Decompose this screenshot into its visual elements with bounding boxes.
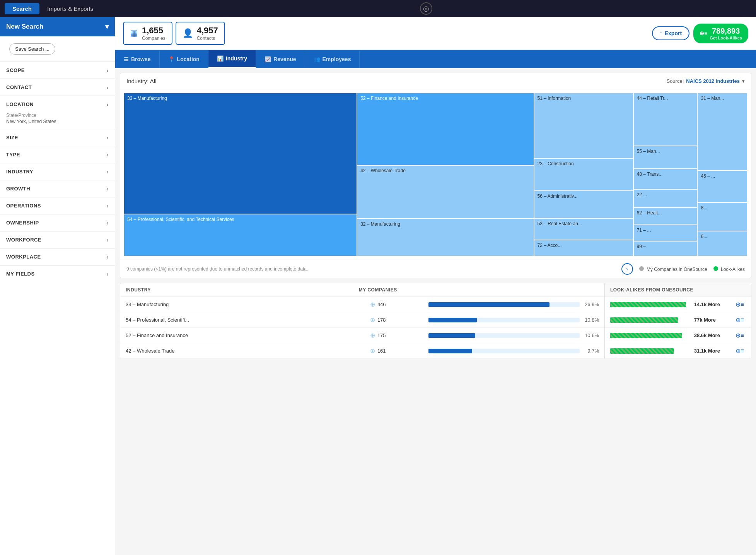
companies-stat: ▦ 1,655 Companies	[123, 22, 172, 45]
la-btn-icon-1[interactable]: ⊕≡	[736, 316, 744, 324]
export-button[interactable]: ↑ Export	[652, 26, 689, 40]
bar-col-3	[428, 349, 580, 353]
treemap-cell-manufacturing-33[interactable]: 33 – Manufacturing	[124, 93, 357, 214]
sidebar-section-header-5[interactable]: INDUSTRY›	[0, 163, 115, 180]
pct-col-3: 9.7%	[580, 348, 599, 354]
export-label: Export	[665, 30, 682, 36]
treemap-cell-information-51[interactable]: 51 – Information	[534, 93, 633, 158]
sidebar-header[interactable]: New Search ▾	[0, 17, 115, 36]
top-nav: Search Imports & Exports ◎	[0, 0, 756, 17]
data-table-right: LOOK-ALIKES FROM ONESOURCE 14.1k More ⊕≡…	[604, 283, 751, 359]
sidebar-section-header-10[interactable]: WORKPLACE›	[0, 248, 115, 265]
sidebar-section-workforce: WORKFORCE›	[0, 231, 115, 248]
location-tab-label: Location	[177, 56, 200, 62]
sidebar-section-header-1[interactable]: CONTACT›	[0, 79, 115, 96]
crosshair-icon-2[interactable]: ⊕	[370, 332, 375, 339]
treemap-cell-8x[interactable]: 8...	[698, 203, 747, 231]
sidebar-section-chevron-6: ›	[107, 185, 109, 192]
treemap-cell-arts-71[interactable]: 71 – ...	[634, 225, 697, 241]
table-row-0[interactable]: 33 – Manufacturing ⊕ 446 26.9%	[120, 297, 604, 312]
sidebar-section-header-9[interactable]: WORKFORCE›	[0, 231, 115, 248]
location-tab-icon: 📍	[168, 56, 175, 62]
treemap-cell-finance-52[interactable]: 52 – Finance and Insurance	[357, 93, 533, 165]
sidebar-section-label-5: INDUSTRY	[6, 169, 33, 175]
treemap-cell-health-62[interactable]: 62 – Healt...	[634, 208, 697, 224]
sidebar-section-header-11[interactable]: MY FIELDS›	[0, 266, 115, 282]
la-row-3[interactable]: 31.1k More ⊕≡	[605, 343, 751, 359]
crosshair-icon-1[interactable]: ⊕	[370, 316, 375, 324]
treemap-cell-utilities-22[interactable]: 22 ...	[634, 190, 697, 207]
my-companies-legend-label: My Companies in OneSource	[647, 267, 707, 272]
la-btn-1[interactable]: ⊕≡	[734, 316, 746, 324]
table-row-2[interactable]: 52 – Finance and Insurance ⊕ 175 10.6%	[120, 328, 604, 343]
search-tab[interactable]: Search	[5, 3, 39, 14]
source-selector[interactable]: Source: NAICS 2012 Industries ▾	[666, 78, 745, 84]
la-btn-icon-3[interactable]: ⊕≡	[736, 347, 744, 355]
sidebar-section-header-0[interactable]: SCOPE›	[0, 62, 115, 79]
nav-tab-browse[interactable]: ☰Browse	[115, 51, 160, 68]
look-alikes-button[interactable]: ⊕≡ 789,893 Get Look-Alikes	[693, 24, 748, 43]
treemap-cell-management-55[interactable]: 55 – Man...	[634, 146, 697, 168]
treemap-cell-other-99[interactable]: 99 –	[634, 242, 697, 256]
revenue-tab-label: Revenue	[273, 56, 296, 62]
treemap: 33 – Manufacturing 54 – Professional, Sc…	[124, 93, 747, 256]
nav-tab-location[interactable]: 📍Location	[160, 51, 208, 68]
treemap-cell-construction-23[interactable]: 23 – Construction	[534, 159, 633, 190]
treemap-cell-wholesale-42[interactable]: 42 – Wholesale Trade	[357, 166, 533, 218]
industry-name-0: 33 – Manufacturing	[126, 301, 328, 307]
treemap-cell-6x[interactable]: 6...	[698, 231, 747, 256]
treemap-cell-administrative-56[interactable]: 56 – Administrativ...	[534, 191, 633, 218]
treemap-col-1: 52 – Finance and Insurance 42 – Wholesal…	[357, 93, 533, 256]
treemap-cell-realestate-53[interactable]: 53 – Real Estate an...	[534, 219, 633, 240]
sidebar-section-label-1: CONTACT	[6, 84, 32, 90]
la-row-1[interactable]: 77k More ⊕≡	[605, 312, 751, 328]
treemap-cell-manufacturing-31[interactable]: 31 – Man...	[698, 93, 747, 170]
look-alikes-icon: ⊕≡	[700, 30, 707, 36]
treemap-cell-retail-44[interactable]: 44 – Retail Tr...	[634, 93, 697, 146]
la-row-0[interactable]: 14.1k More ⊕≡	[605, 297, 751, 312]
table-row-1[interactable]: 54 – Professional, Scientifi... ⊕ 178 10…	[120, 312, 604, 328]
companies-icon: ▦	[130, 28, 138, 38]
sidebar-section-header-2[interactable]: LOCATION›	[0, 96, 115, 113]
sidebar-section-header-8[interactable]: OWNERSHIP›	[0, 214, 115, 231]
la-btn-3[interactable]: ⊕≡	[734, 347, 746, 355]
sidebar-section-header-4[interactable]: TYPE›	[0, 146, 115, 163]
crosshair-icon-0[interactable]: ⊕	[370, 301, 375, 308]
imports-tab[interactable]: Imports & Exports	[39, 3, 101, 14]
treemap-cell-retail2-45[interactable]: 45 – ...	[698, 171, 747, 202]
sidebar-section-label-3: SIZE	[6, 135, 18, 140]
chart-footer: 9 companies (<1%) are not represented du…	[120, 260, 751, 278]
contacts-count: 4,957	[197, 26, 218, 36]
la-more-1: 77k More	[690, 317, 734, 323]
sidebar-section-scope: SCOPE›	[0, 62, 115, 79]
sidebar-section-operations: OPERATIONS›	[0, 197, 115, 214]
treemap-cell-accommodation-72[interactable]: 72 – Acco...	[534, 240, 633, 256]
look-alikes-number: 789,893	[710, 27, 742, 36]
la-btn-icon-0[interactable]: ⊕≡	[736, 301, 744, 308]
la-btn-icon-2[interactable]: ⊕≡	[736, 332, 744, 339]
sidebar-section-header-6[interactable]: GROWTH›	[0, 180, 115, 197]
save-search-button[interactable]: Save Search ...	[9, 43, 55, 55]
treemap-cell-professional-54[interactable]: 54 – Professional, Scientific, and Techn…	[124, 214, 357, 256]
sidebar-section-label-9: WORKFORCE	[6, 237, 41, 243]
main-layout: New Search ▾ Save Search ... SCOPE›CONTA…	[0, 17, 756, 555]
la-row-2[interactable]: 38.6k More ⊕≡	[605, 328, 751, 343]
sidebar-sections: SCOPE›CONTACT›LOCATION›State/Province:Ne…	[0, 62, 115, 282]
employees-tab-icon: 👥	[314, 56, 320, 62]
crosshair-icon-3[interactable]: ⊕	[370, 347, 375, 355]
sidebar-section-header-7[interactable]: OPERATIONS›	[0, 197, 115, 214]
nav-tab-industry[interactable]: 📊Industry	[208, 50, 256, 68]
treemap-cell-manufacturing-32[interactable]: 32 – Manufacturing	[357, 219, 533, 256]
nav-tab-employees[interactable]: 👥Employees	[305, 51, 360, 68]
sidebar-section-header-3[interactable]: SIZE›	[0, 129, 115, 146]
sidebar-section-chevron-9: ›	[107, 236, 109, 243]
chart-forward-button[interactable]: ›	[621, 263, 633, 275]
sidebar-section-growth: GROWTH›	[0, 180, 115, 197]
treemap-cell-transport-48[interactable]: 48 – Trans...	[634, 169, 697, 189]
table-row-3[interactable]: 42 – Wholesale Trade ⊕ 161 9.7%	[120, 343, 604, 359]
industry-tab-label: Industry	[226, 55, 247, 62]
la-btn-2[interactable]: ⊕≡	[734, 332, 746, 339]
nav-tab-revenue[interactable]: 📈Revenue	[256, 51, 305, 68]
source-chevron: ▾	[742, 78, 745, 84]
la-btn-0[interactable]: ⊕≡	[734, 301, 746, 308]
